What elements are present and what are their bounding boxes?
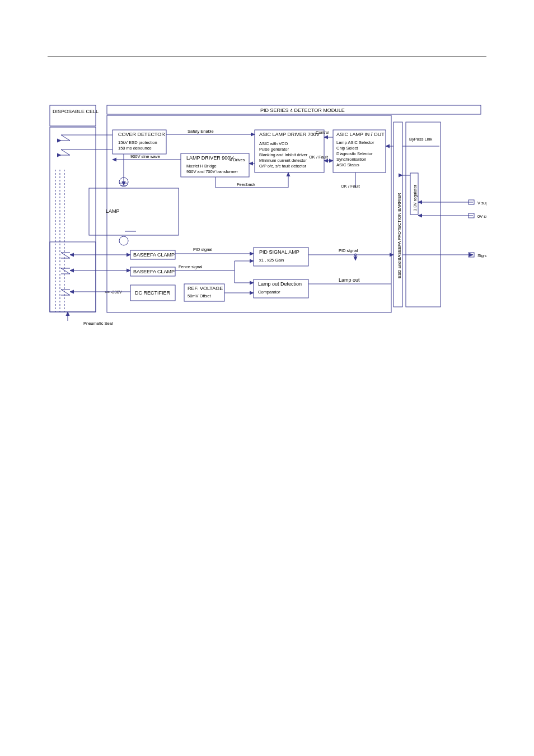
fence-signal-label: Fence signal: [179, 264, 203, 269]
sine-wave-label: 900V sine wave: [130, 154, 160, 159]
lamp-circle-bot: [119, 236, 128, 245]
pid-signal-left-label: PID signal: [193, 247, 213, 252]
pid-signal-amp-title: PID SIGNAL AMP: [259, 249, 299, 255]
cover-detector-l2: 150 ms debounce: [118, 146, 152, 151]
asic-lamp-driver-l2: Pulse generator: [259, 147, 289, 152]
asic-lamp-driver-l4: Minimum current detector: [259, 158, 307, 163]
regulator-label: 3.3V regulator: [413, 184, 418, 211]
asic-lamp-inout-l1: Lamp ASIC Selector: [336, 140, 374, 145]
lamp-out-label: Lamp out: [339, 277, 360, 283]
asic-lamp-driver-l5: O/P o/c, s/c fault detector: [259, 164, 307, 169]
pneumatic-seal-label: Pneumatic Seal: [83, 321, 113, 326]
ov-supply-label: 0V supply: [477, 214, 486, 219]
asic-lamp-driver-title: ASIC LAMP DRIVER 700V: [259, 132, 320, 137]
lamp-box: [89, 188, 179, 235]
signal-label: Signal: [477, 253, 486, 258]
lamp-driver-title: LAMP DRIVER 900V: [186, 155, 233, 161]
detector-title: PID SERIES 4 DETECTOR MODULE: [260, 108, 345, 113]
asic-lamp-inout-l4: Synchronisation: [336, 157, 366, 162]
four-drives-label: 4 Drives: [229, 157, 245, 162]
feedback-label: Feedback: [237, 182, 255, 187]
okfault1-label: OK / Fault: [309, 155, 329, 160]
esd-barrier-label: ESD and BASEEFA PROTECTION BARRIER: [397, 193, 402, 278]
cover-detector-l1: 15kV ESD protection: [118, 140, 157, 145]
lamp-out-detection-title: Lamp out Detection: [258, 281, 302, 287]
lamp-out-detection-l1: Comparator: [258, 290, 280, 295]
v-supply-label: V supply: [477, 200, 486, 206]
asic-lamp-driver-l1: ASIC with VCO: [259, 141, 288, 146]
dc-rectifier-label: DC RECTIFIER: [135, 290, 171, 296]
block-diagram: DISPOSABLE CELL PID SERIES 4 DETECTOR MO…: [48, 104, 486, 339]
lamp-driver-l2: 900V and 700V transformer: [186, 169, 238, 174]
pid-signal-right-label: PID signal: [339, 248, 358, 253]
header-rule: [48, 57, 486, 57]
asic-lamp-inout-l5: ASIC Status: [336, 162, 359, 167]
baseefa-clamp-2-label: BASEEFA CLAMP: [133, 269, 175, 274]
asic-lamp-inout-l2: Chip Select: [336, 146, 358, 151]
safety-enable-label: Safety Enable: [188, 129, 214, 134]
disposable-cell-title: DISPOSABLE CELL: [53, 109, 99, 114]
disposable-lower-box: [50, 242, 96, 312]
control-label: Control: [316, 130, 330, 135]
ref-voltage-l1: 50mV Offset: [188, 293, 211, 298]
lamp-driver-l1: Mosfet H Bridge: [186, 164, 217, 169]
okfault2-label: OK / Fault: [341, 184, 360, 189]
bypass-link-label: ByPass Link: [409, 137, 433, 142]
cover-detector-title: COVER DETECTOR: [118, 132, 165, 137]
asic-lamp-inout-title: ASIC LAMP IN / OUT: [336, 132, 385, 137]
asic-lamp-inout-l3: Diagnostic Selector: [336, 151, 373, 156]
baseefa-clamp-1-label: BASEEFA CLAMP: [133, 252, 175, 258]
pid-signal-amp-l1: x1 , x25 Gain: [259, 258, 284, 263]
lamp-title: LAMP: [106, 208, 120, 214]
asic-lamp-driver-l3: Blanking and Inhibit driver: [259, 152, 308, 157]
ref-voltage-title: REF. VOLTAGE: [188, 286, 223, 291]
